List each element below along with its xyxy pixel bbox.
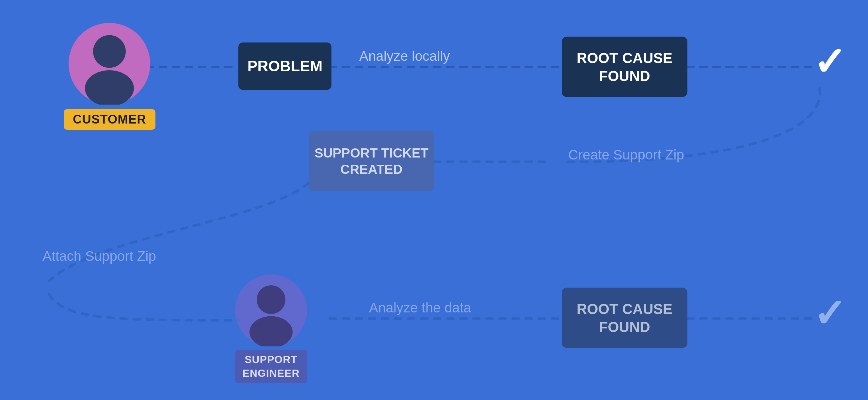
- create-support-zip-label: Create Support Zip: [568, 147, 684, 163]
- svg-point-3: [249, 316, 292, 346]
- attach-support-zip-label: Attach Support Zip: [42, 248, 156, 264]
- root-cause-top-box: ROOT CAUSE FOUND: [562, 37, 687, 97]
- support-engineer-avatar: [235, 275, 307, 346]
- customer-avatar: [69, 23, 150, 105]
- svg-point-0: [93, 35, 126, 68]
- path-ticket-to-attachzip-curve: [49, 183, 309, 281]
- support-ticket-label: SUPPORT TICKET CREATED: [314, 145, 429, 177]
- main-canvas: .dotted-path { fill: none; stroke: #2a5b…: [0, 0, 868, 400]
- customer-label: CUSTOMER: [64, 109, 155, 130]
- check-bottom: ✓: [813, 291, 846, 336]
- support-engineer-label: SUPPORT ENGINEER: [235, 350, 307, 383]
- customer-person-icon: [69, 23, 150, 105]
- engineer-person-icon: [235, 275, 307, 346]
- root-cause-bottom-box: ROOT CAUSE FOUND: [562, 288, 687, 348]
- support-ticket-box: SUPPORT TICKET CREATED: [309, 131, 434, 191]
- svg-point-1: [85, 70, 134, 105]
- support-engineer-node: SUPPORT ENGINEER: [235, 275, 307, 383]
- svg-point-2: [257, 285, 285, 314]
- check-top: ✓: [813, 39, 846, 85]
- root-cause-top-label: ROOT CAUSE FOUND: [577, 49, 672, 85]
- path-attachzip-to-engineer: [49, 294, 238, 320]
- analyze-locally-label: Analyze locally: [359, 48, 450, 64]
- customer-node: CUSTOMER: [64, 23, 155, 130]
- problem-box: PROBLEM: [238, 42, 332, 90]
- root-cause-bottom-label: ROOT CAUSE FOUND: [577, 300, 672, 336]
- analyze-the-data-label: Analyze the data: [369, 300, 471, 316]
